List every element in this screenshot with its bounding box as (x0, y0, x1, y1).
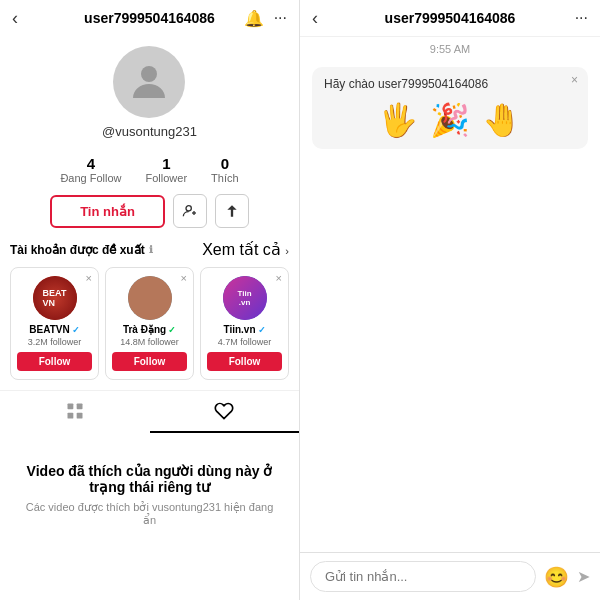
following-count: 4 (60, 155, 121, 172)
followers-label: Follower (146, 172, 188, 184)
right-nav-title: user7999504164086 (385, 10, 516, 26)
chat-area (300, 155, 600, 552)
right-top-nav: ‹ user7999504164086 ··· (300, 0, 600, 37)
card-followers-beatvn: 3.2M follower (28, 337, 82, 347)
sticker-wave: 🖐 (378, 101, 418, 139)
tra-dang-img (128, 276, 172, 320)
close-card-tiin[interactable]: × (276, 272, 282, 284)
follow-tiin-button[interactable]: Follow (207, 352, 282, 371)
stat-likes: 0 Thích (211, 155, 239, 184)
private-main-text: Video đã thích của người dùng này ở trạn… (20, 463, 279, 495)
tiin-logo: Tiin.vn (223, 276, 267, 320)
avatar-section: @vusontung231 (102, 36, 197, 145)
verified-blue-icon: ✓ (72, 325, 80, 335)
svg-point-0 (141, 66, 157, 82)
following-label: Đang Follow (60, 172, 121, 184)
action-row: Tin nhắn (50, 194, 249, 228)
heart-icon (214, 401, 234, 421)
suggested-section: Tài khoản được đề xuất ℹ Xem tất cả › × … (0, 240, 299, 380)
right-back-icon[interactable]: ‹ (312, 8, 318, 29)
avatar (113, 46, 185, 118)
card-name-tiin: Tiin.vn ✓ (223, 324, 265, 335)
suggested-card-beatvn: × BEATVN BEATVN ✓ 3.2M follower Follow (10, 267, 99, 380)
card-name-tra-dang: Trà Đặng ✓ (123, 324, 176, 335)
chat-time: 9:55 AM (300, 37, 600, 61)
sticker-hand: 🤚 (482, 101, 522, 139)
right-more-icon[interactable]: ··· (575, 9, 588, 27)
svg-rect-7 (67, 413, 73, 419)
person-icon (125, 58, 173, 106)
add-user-icon (182, 203, 198, 219)
send-icon[interactable]: ➤ (577, 567, 590, 586)
card-followers-tra-dang: 14.8M follower (120, 337, 179, 347)
message-input-row: 😊 ➤ (300, 552, 600, 600)
follow-beatvn-button[interactable]: Follow (17, 352, 92, 371)
close-card-beatvn[interactable]: × (86, 272, 92, 284)
close-card-tra-dang[interactable]: × (181, 272, 187, 284)
left-panel: ‹ user7999504164086 🔔 ··· @vusontung231 … (0, 0, 300, 600)
suggested-header: Tài khoản được đề xuất ℹ Xem tất cả › (10, 240, 289, 259)
nav-icons-right: 🔔 ··· (244, 9, 287, 28)
stat-followers: 1 Follower (146, 155, 188, 184)
suggested-card-tiin: × Tiin.vn Tiin.vn ✓ 4.7M follower Follow (200, 267, 289, 380)
back-icon[interactable]: ‹ (12, 8, 18, 29)
followers-count: 1 (146, 155, 188, 172)
svg-rect-8 (76, 413, 82, 419)
tab-grid[interactable] (0, 391, 150, 433)
welcome-bubble: × Hãy chào user7999504164086 🖐 🎉 🤚 (312, 67, 588, 149)
tabs-row (0, 390, 299, 433)
sticker-party: 🎉 (430, 101, 470, 139)
share-icon (225, 204, 239, 218)
message-button[interactable]: Tin nhắn (50, 195, 165, 228)
info-icon: ℹ (149, 244, 153, 255)
card-followers-tiin: 4.7M follower (218, 337, 272, 347)
verified-blue-icon-2: ✓ (258, 325, 266, 335)
card-avatar-beatvn: BEATVN (33, 276, 77, 320)
likes-label: Thích (211, 172, 239, 184)
message-input[interactable] (310, 561, 536, 592)
right-panel: ‹ user7999504164086 ··· 9:55 AM × Hãy ch… (300, 0, 600, 600)
welcome-text: Hãy chào user7999504164086 (324, 77, 576, 91)
private-notice: Video đã thích của người dùng này ở trạn… (0, 433, 299, 557)
svg-rect-5 (67, 404, 73, 410)
verified-green-icon: ✓ (168, 325, 176, 335)
stats-row: 4 Đang Follow 1 Follower 0 Thích (60, 155, 238, 184)
card-name-beatvn: BEATVN ✓ (29, 324, 79, 335)
share-button[interactable] (215, 194, 249, 228)
left-nav-title: user7999504164086 (84, 10, 215, 26)
suggested-title: Tài khoản được đề xuất ℹ (10, 243, 153, 257)
suggested-card-tra-dang: × Trà Đặng ✓ 14.8M follower Follow (105, 267, 194, 380)
stickers-row: 🖐 🎉 🤚 (324, 101, 576, 139)
stat-following: 4 Đang Follow (60, 155, 121, 184)
private-sub-text: Các video được thích bởi vusontung231 hi… (20, 501, 279, 527)
card-avatar-tiin: Tiin.vn (223, 276, 267, 320)
tab-likes[interactable] (150, 391, 300, 433)
svg-rect-6 (76, 404, 82, 410)
svg-point-1 (186, 206, 191, 211)
more-icon[interactable]: ··· (274, 9, 287, 27)
close-welcome-button[interactable]: × (571, 73, 578, 87)
see-all-link[interactable]: Xem tất cả › (202, 240, 289, 259)
left-top-nav: ‹ user7999504164086 🔔 ··· (0, 0, 299, 36)
emoji-icon[interactable]: 😊 (544, 565, 569, 589)
beatvn-logo: BEATVN (33, 276, 77, 320)
grid-icon (65, 401, 85, 421)
suggested-cards: × BEATVN BEATVN ✓ 3.2M follower Follow × (10, 267, 289, 380)
card-avatar-tra-dang (128, 276, 172, 320)
follow-tra-dang-button[interactable]: Follow (112, 352, 187, 371)
follow-button[interactable] (173, 194, 207, 228)
bell-icon[interactable]: 🔔 (244, 9, 264, 28)
profile-username: @vusontung231 (102, 124, 197, 139)
svg-marker-4 (227, 205, 236, 217)
likes-count: 0 (211, 155, 239, 172)
